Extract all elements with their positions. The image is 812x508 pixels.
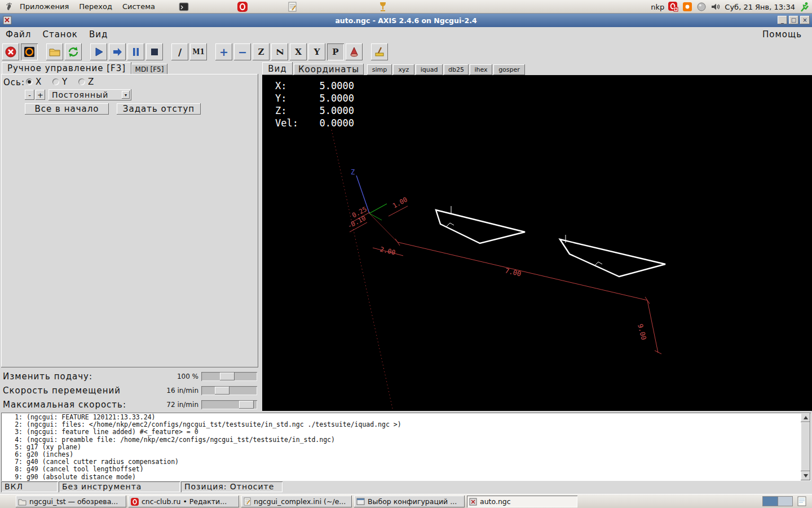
scroll-down-button[interactable] xyxy=(801,471,810,480)
gcode-line: 5:g17 (xy plane) xyxy=(8,444,811,451)
text-editor-launcher-icon[interactable] xyxy=(286,1,298,12)
max-speed-row: Максимальная скорость: 72 in/min xyxy=(0,398,259,411)
updates-tray-icon[interactable] xyxy=(682,2,692,12)
block-delete-button[interactable]: / xyxy=(171,43,188,60)
file-manager-icon xyxy=(18,498,27,506)
reload-button[interactable] xyxy=(65,43,82,60)
tab-db25[interactable]: db25 xyxy=(444,64,469,75)
dro-x-value: 5.0000 xyxy=(308,80,354,92)
gcode-line: 4:(ngcgui: preamble file: /home/nkp/emc2… xyxy=(8,436,811,444)
panel-menu-places[interactable]: Переход xyxy=(74,0,117,14)
notes-tray-icon[interactable] xyxy=(796,496,807,508)
opera-launcher-icon[interactable] xyxy=(237,1,248,12)
tab-dro[interactable]: Координаты xyxy=(294,64,364,75)
system-monitor-icon[interactable] xyxy=(799,2,809,12)
wine-glass-launcher-icon[interactable] xyxy=(377,1,388,12)
block-delete-glyph: / xyxy=(178,46,182,58)
rotate-view-button[interactable] xyxy=(346,43,363,60)
view-perspective-button[interactable]: P xyxy=(327,43,344,60)
jog-speed-handle[interactable] xyxy=(215,387,230,395)
jog-minus-button[interactable]: - xyxy=(25,90,34,100)
tab-simp[interactable]: simp xyxy=(367,64,392,75)
dro-vel-row: Vel: 0.0000 xyxy=(275,117,354,129)
home-all-button[interactable]: Все в начало xyxy=(25,103,109,115)
bluetooth-ball-tray-icon[interactable] xyxy=(696,2,707,12)
gnome-foot-icon[interactable] xyxy=(3,1,15,12)
max-speed-handle[interactable] xyxy=(239,401,254,409)
panel-menu-applications[interactable]: Приложения xyxy=(15,0,74,14)
window-icon xyxy=(356,498,365,505)
open-file-button[interactable] xyxy=(46,43,63,60)
scrollbar-thumb[interactable] xyxy=(801,422,810,471)
feed-override-handle[interactable] xyxy=(220,373,235,380)
tab-mdi[interactable]: MDI [F5] xyxy=(131,64,167,75)
view-top-button[interactable]: Z xyxy=(253,43,270,60)
status-tool: Без инструмента xyxy=(59,481,180,492)
volume-tray-icon[interactable] xyxy=(710,2,721,12)
dro-readout: X: 5.0000 Y: 5.0000 Z: 5.0000 Vel: 0.000… xyxy=(275,80,354,129)
view-top-rotated-button[interactable]: Z xyxy=(271,43,288,60)
view-front-button[interactable]: Y xyxy=(308,43,325,60)
menu-file[interactable]: Файл xyxy=(0,28,37,41)
gcode-listing[interactable]: 1:(ngcgui: FEATURE 120121:13.33.24) 2:(n… xyxy=(1,413,811,481)
axis-radio-x[interactable]: X xyxy=(26,77,41,87)
jog-plus-button[interactable]: + xyxy=(36,90,45,100)
window-title: auto.ngc - AXIS 2.4.6 on Ngcgui-2.4 xyxy=(0,16,812,25)
close-button[interactable]: × xyxy=(800,16,810,24)
jog-speed-label: Скорость перемещений xyxy=(3,386,121,396)
user-switcher[interactable]: nkp xyxy=(651,3,664,11)
tab-gosper[interactable]: gosper xyxy=(493,64,525,75)
opera-icon xyxy=(131,498,139,506)
estop-button[interactable] xyxy=(2,43,19,60)
taskbar-item-opera[interactable]: cnc-club.ru • Редакти... xyxy=(129,496,239,507)
max-speed-slider[interactable] xyxy=(201,400,257,409)
tab-preview[interactable]: Вид xyxy=(262,62,293,75)
menu-machine[interactable]: Станок xyxy=(37,28,83,41)
zoom-in-button[interactable]: + xyxy=(215,43,232,60)
toolpath-corner-mark-2 xyxy=(595,262,602,265)
workspace-switcher[interactable] xyxy=(762,496,793,506)
stop-button[interactable] xyxy=(146,43,163,60)
zoom-out-button[interactable]: − xyxy=(234,43,251,60)
axis-radio-y[interactable]: Y xyxy=(52,77,67,87)
workspace-1[interactable] xyxy=(763,497,778,506)
optional-stop-glyph: M1 xyxy=(192,48,205,56)
tab-ihex[interactable]: ihex xyxy=(470,64,492,75)
maximize-button[interactable]: □ xyxy=(789,16,798,24)
menu-help[interactable]: Помощь xyxy=(757,28,807,41)
taskbar-item-axis[interactable]: auto.ngc xyxy=(467,496,577,507)
tab-manual-control[interactable]: Ручное управление [F3] xyxy=(2,62,131,75)
dro-y-row: Y: 5.0000 xyxy=(275,92,354,104)
menu-view[interactable]: Вид xyxy=(83,28,113,41)
tab-xyz[interactable]: xyz xyxy=(393,64,414,75)
dro-vel-value: 0.0000 xyxy=(308,117,354,129)
scroll-up-button[interactable] xyxy=(801,413,810,422)
clear-plot-button[interactable] xyxy=(371,43,388,60)
workspace-2[interactable] xyxy=(778,497,792,506)
optional-stop-button[interactable]: M1 xyxy=(190,43,207,60)
taskbar-item-config[interactable]: Выбор конфигураций ... xyxy=(354,496,465,507)
minimize-button[interactable]: _ xyxy=(778,16,787,24)
jog-increment-dropdown[interactable]: Постоянный ▾ xyxy=(48,89,131,100)
terminal-launcher-icon[interactable] xyxy=(178,1,189,12)
feed-override-slider[interactable] xyxy=(201,372,257,381)
panel-menu-system[interactable]: Система xyxy=(117,0,160,14)
axis-radio-z[interactable]: Z xyxy=(78,77,94,87)
dro-z-value: 5.0000 xyxy=(308,104,354,117)
jog-speed-row: Скорость перемещений 16 in/min xyxy=(0,384,259,397)
pause-button[interactable] xyxy=(127,43,144,60)
view-side-button[interactable]: X xyxy=(290,43,307,60)
opera-tray-icon[interactable] xyxy=(668,2,678,12)
window-titlebar[interactable]: auto.ngc - AXIS 2.4.6 on Ngcgui-2.4 _ □ … xyxy=(0,14,812,27)
jog-speed-slider[interactable] xyxy=(201,386,257,395)
tab-iquad[interactable]: iquad xyxy=(416,64,443,75)
step-button[interactable] xyxy=(109,43,126,60)
run-button[interactable] xyxy=(90,43,107,60)
machine-power-button[interactable] xyxy=(21,43,38,60)
taskbar-item-filemanager[interactable]: ngcgui_tst — обозрева... xyxy=(16,496,126,507)
taskbar-item-editor[interactable]: ngcgui_complex.ini (~/e... xyxy=(241,496,352,507)
dim-tick xyxy=(395,239,400,246)
panel-clock[interactable]: Суб, 21 Янв, 13:34 xyxy=(725,3,795,11)
gcode-scrollbar[interactable] xyxy=(801,413,810,480)
touch-off-button[interactable]: Задать отступ xyxy=(117,103,201,115)
